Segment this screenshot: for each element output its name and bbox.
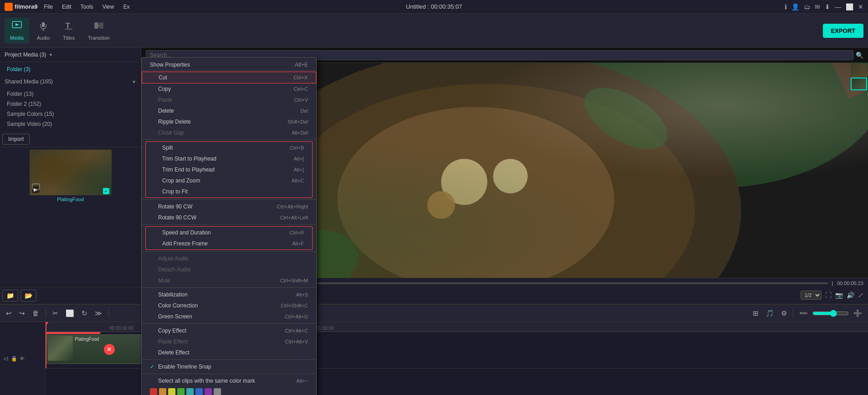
playhead[interactable] (46, 322, 46, 332)
swatch-blue[interactable] (195, 388, 203, 395)
toolbar-media[interactable]: Media (5, 18, 29, 43)
menu-ex[interactable]: Ex (120, 4, 132, 10)
thumbnail-label: PlatingFood (57, 197, 84, 202)
ctx-crop-fit[interactable]: Crop to Fit (146, 186, 312, 197)
project-folder-link[interactable]: Folder (3) (0, 64, 141, 74)
menu-tools[interactable]: Tools (78, 4, 96, 10)
ctx-freeze-frame[interactable]: Add Freeze Frame Alt+F (146, 238, 312, 249)
mail-icon[interactable]: ✉ (815, 3, 820, 10)
ctx-rotate-ccw-shortcut: Ctrl+Alt+Left (280, 215, 308, 220)
volume-icon[interactable]: 🔊 (847, 291, 854, 299)
toolbar-audio[interactable]: Audio (31, 18, 55, 43)
info-icon[interactable]: ℹ (785, 3, 787, 10)
svg-rect-8 (99, 22, 103, 29)
folder-13[interactable]: Folder (13) (0, 89, 141, 99)
ctx-ripple-delete[interactable]: Ripple Delete Shift+Del (142, 116, 316, 127)
swatch-yellow[interactable] (168, 388, 175, 395)
ctx-copy-effect[interactable]: Copy Effect Ctrl+Alt+C (142, 325, 316, 336)
speed-btn[interactable]: ≫ (92, 308, 104, 319)
ctx-trim-end[interactable]: Trim End to Playhead Alt+] (146, 164, 312, 175)
project-media-header[interactable]: Project Media (3) ▼ (0, 48, 141, 62)
timeline-area: ↩ ↪ 🗑 ✂ ⬜ ↻ ≫ ⊞ 🎵 ⚙ ➖ ➕ ≡1 🔒 👁 00: (0, 304, 868, 395)
svg-point-16 (280, 84, 695, 278)
download-icon[interactable]: ⬇ (825, 3, 830, 10)
import-files-btn[interactable]: 📂 (21, 290, 36, 301)
svg-point-17 (337, 107, 614, 278)
sample-video[interactable]: Sample Video (20) (0, 119, 141, 129)
eye-icon[interactable]: 👁 (20, 356, 25, 361)
account-icon[interactable]: 👤 (791, 3, 799, 10)
ctx-header-shortcut: Alt+E (295, 62, 308, 68)
speed-select[interactable]: 1/2 1 2 (801, 291, 822, 300)
toolbar-transition[interactable]: Transition (82, 18, 115, 43)
fullscreen-icon[interactable]: ⛶ (825, 291, 832, 299)
minimize-btn[interactable]: — (835, 3, 841, 10)
ctx-sep-1 (142, 140, 316, 140)
ctx-delete-effect[interactable]: Delete Effect (142, 347, 316, 358)
swatch-red[interactable] (150, 388, 157, 395)
settings-btn[interactable]: ⚙ (779, 308, 789, 319)
add-track-btn[interactable]: ⊞ (750, 308, 761, 319)
library-icon[interactable]: 🗂 (804, 3, 810, 10)
ctx-speed-duration[interactable]: Speed and Duration Ctrl+R (146, 227, 312, 238)
folder-2-152[interactable]: Folder 2 (152) (0, 99, 141, 109)
crop-btn[interactable]: ⬜ (63, 308, 77, 319)
ctx-delete[interactable]: Delete Del (142, 105, 316, 116)
svg-point-18 (441, 159, 487, 205)
shared-media-tree: Folder (13) Folder 2 (152) Sample Colors… (0, 87, 141, 131)
ctx-cut[interactable]: Cut Ctrl+X (142, 72, 316, 83)
clip-delete-btn[interactable]: ✕ (104, 344, 115, 355)
ctx-trim-start-label: Trim Start to Playhead (162, 156, 216, 162)
ctx-trim-end-shortcut: Alt+] (294, 167, 304, 172)
sample-colors[interactable]: Sample Colors (15) (0, 109, 141, 119)
ctx-split[interactable]: Split Ctrl+B (146, 142, 312, 153)
close-btn[interactable]: ✕ (858, 3, 863, 10)
titles-icon: T (64, 21, 74, 33)
swatch-orange[interactable] (159, 388, 166, 395)
zoom-in-btn[interactable]: ➕ (851, 308, 864, 319)
swatch-gray[interactable] (214, 388, 221, 395)
ctx-crop-zoom-shortcut: Alt+C (292, 178, 304, 183)
ctx-rotate-cw[interactable]: Rotate 90 CW Ctrl+Alt+Right (142, 201, 316, 212)
toolbar-titles[interactable]: T Titles (57, 18, 80, 43)
rotate-btn[interactable]: ↻ (79, 308, 90, 319)
ctx-stabilization[interactable]: Stabilization Alt+S (142, 289, 316, 300)
mini-thumb-2[interactable] (851, 78, 867, 90)
swatch-purple[interactable] (205, 388, 212, 395)
expand-icon[interactable]: ⤢ (858, 291, 863, 299)
snapshot-icon[interactable]: 📷 (835, 291, 843, 299)
zoom-out-btn[interactable]: ➖ (797, 308, 810, 319)
audio-track-btn[interactable]: 🎵 (763, 308, 776, 319)
menu-edit[interactable]: Edit (59, 4, 74, 10)
mini-thumb-1[interactable] (851, 64, 867, 77)
menu-file[interactable]: File (41, 4, 56, 10)
ctx-select-color-clips[interactable]: Select all clips with the same color mar… (142, 375, 316, 386)
zoom-slider[interactable] (812, 310, 849, 317)
ctx-green-shortcut: Ctrl+Alt+G (285, 314, 308, 319)
ctx-crop-zoom[interactable]: Crop and Zoom Alt+C (146, 175, 312, 186)
ctx-rotate-ccw[interactable]: Rotate 90 CCW Ctrl+Alt+Left (142, 212, 316, 223)
import-button[interactable]: Import (2, 134, 30, 145)
export-button[interactable]: EXPORT (823, 24, 863, 38)
maximize-btn[interactable]: ⬜ (846, 3, 853, 10)
ctx-split-label: Split (162, 145, 173, 151)
delete-btn[interactable]: 🗑 (30, 308, 41, 318)
ctx-enable-snap[interactable]: ✓ Enable Timeline Snap (142, 361, 316, 372)
ctx-paste-effect-label: Paste Effect (158, 338, 187, 345)
swatch-teal[interactable] (186, 388, 194, 395)
ctx-detach-audio: Detach Audio (142, 264, 316, 275)
menu-view[interactable]: View (100, 4, 117, 10)
swatch-green[interactable] (177, 388, 185, 395)
lock-icon[interactable]: 🔒 (11, 356, 17, 362)
cut-btn[interactable]: ✂ (50, 308, 61, 319)
shared-media-header[interactable]: Shared Media (165) ▼ (0, 77, 141, 87)
redo-btn[interactable]: ↪ (17, 308, 27, 319)
ctx-color-correction[interactable]: Color Correction Ctrl+Shift+C (142, 300, 316, 311)
ctx-green-screen[interactable]: Green Screen Ctrl+Alt+G (142, 311, 316, 322)
search-icon[interactable]: 🔍 (856, 52, 863, 59)
ctx-copy[interactable]: Copy Ctrl+C (142, 83, 316, 94)
left-panel-footer: 📁 📂 (0, 287, 141, 304)
undo-btn[interactable]: ↩ (4, 308, 14, 319)
new-folder-btn[interactable]: 📁 (2, 290, 18, 301)
ctx-trim-start[interactable]: Trim Start to Playhead Alt+[ (146, 153, 312, 164)
